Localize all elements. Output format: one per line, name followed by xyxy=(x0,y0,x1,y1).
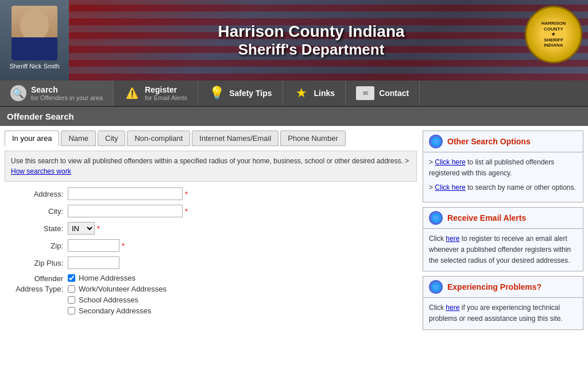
checkbox-work-row: Work/Volunteer Addresses xyxy=(68,285,167,293)
how-searches-work-link[interactable]: How searches work xyxy=(11,167,71,175)
address-type-checkboxes: Home Addresses Work/Volunteer Addresses … xyxy=(68,274,167,317)
problems-body: Click here if you are experiencing techn… xyxy=(423,298,583,329)
checkbox-home[interactable] xyxy=(68,274,75,282)
state-row: State: INALAKAZARCACOCTDEFLGAHIIDILIAKSK… xyxy=(5,222,417,235)
main-content: In your area Name City Non-compliant Int… xyxy=(0,126,588,339)
problems-header: 🌐 Experiencing Problems? xyxy=(423,277,583,298)
nav-safety-label: Safety Tips xyxy=(229,89,272,98)
tab-non-compliant[interactable]: Non-compliant xyxy=(127,131,190,146)
sheriff-badge: HARRISONCOUNTY★SHERIFFINDIANA xyxy=(525,6,582,63)
nav-search-primary: Search xyxy=(31,85,103,94)
checkbox-home-row: Home Addresses xyxy=(68,274,167,282)
address-required: * xyxy=(185,190,188,198)
zip-input[interactable] xyxy=(68,239,119,252)
zip-plus-input[interactable] xyxy=(68,256,119,269)
nav-links-label: Links xyxy=(314,89,335,98)
nav-safety[interactable]: 💡 Safety Tips xyxy=(198,80,283,106)
tab-phone-number[interactable]: Phone Number xyxy=(280,131,345,146)
header-title-line2: Sheriff's Department xyxy=(218,41,404,59)
nav-register-primary: Register xyxy=(145,85,187,94)
address-row: Address: * xyxy=(5,187,417,200)
other-search-link2-desc: to search by name or other options. xyxy=(466,183,576,191)
nav-search[interactable]: 🔍 Search for Offenders in your area xyxy=(0,80,114,106)
nav-contact-label: Contact xyxy=(379,89,409,98)
sheriff-photo: Sheriff Nick Smith xyxy=(0,0,69,80)
section-header: Offender Search xyxy=(0,107,588,126)
address-input[interactable] xyxy=(68,187,183,200)
star-icon: ★ xyxy=(293,85,310,101)
sheriff-face-image xyxy=(11,6,57,60)
tab-name[interactable]: Name xyxy=(61,131,96,146)
problems-title: Experiencing Problems? xyxy=(447,282,541,292)
email-alerts-link[interactable]: here xyxy=(446,235,459,243)
sheriff-name: Sheriff Nick Smith xyxy=(9,63,59,70)
checkbox-home-label: Home Addresses xyxy=(79,274,136,282)
city-input[interactable] xyxy=(68,205,183,217)
offender-address-type-row: Offender Address Type: Home Addresses Wo… xyxy=(5,274,417,317)
badge-area: HARRISONCOUNTY★SHERIFFINDIANA xyxy=(525,6,582,63)
problems-link[interactable]: here xyxy=(446,304,459,312)
tab-in-your-area[interactable]: In your area xyxy=(5,131,59,146)
checkbox-school[interactable] xyxy=(68,296,75,304)
city-label: City: xyxy=(5,207,68,216)
checkbox-work-label: Work/Volunteer Addresses xyxy=(79,285,167,293)
email-alerts-box: 🌐 Receive Email Alerts Click here to reg… xyxy=(423,207,583,272)
city-row: City: * xyxy=(5,205,417,217)
checkbox-secondary[interactable] xyxy=(68,307,75,315)
contact-icon: ✉ xyxy=(356,86,374,100)
email-alerts-header: 🌐 Receive Email Alerts xyxy=(423,208,583,229)
header-title-line1: Harrison County Indiana xyxy=(218,22,404,41)
other-search-icon: 🌐 xyxy=(429,135,443,148)
left-panel: In your area Name City Non-compliant Int… xyxy=(5,131,423,335)
header-title: Harrison County Indiana Sheriff's Depart… xyxy=(218,22,404,59)
navbar: 🔍 Search for Offenders in your area ⚠️ R… xyxy=(0,80,588,107)
state-select[interactable]: INALAKAZARCACOCTDEFLGAHIIDILIAKSKYLAMEMD… xyxy=(68,222,95,235)
search-form: Address: * City: * State: INALAKAZARCACO… xyxy=(5,187,417,317)
checkbox-school-row: School Addresses xyxy=(68,296,167,304)
zip-label: Zip: xyxy=(5,241,68,250)
email-alerts-title: Receive Email Alerts xyxy=(447,213,526,223)
badge-text: HARRISONCOUNTY★SHERIFFINDIANA xyxy=(541,21,566,48)
right-panel: 🌐 Other Search Options > Click here to l… xyxy=(423,131,583,335)
nav-links[interactable]: ★ Links xyxy=(283,80,346,106)
other-search-link2[interactable]: Click here xyxy=(435,183,465,191)
state-required: * xyxy=(97,224,100,233)
other-search-body: > Click here to list all published offen… xyxy=(423,152,583,202)
checkbox-school-label: School Addresses xyxy=(79,296,138,304)
section-header-text: Offender Search xyxy=(7,112,74,121)
nav-register[interactable]: ⚠️ Register for Email Alerts xyxy=(114,80,198,106)
other-search-title: Other Search Options xyxy=(447,137,531,146)
other-search-link1[interactable]: Click here xyxy=(435,158,465,166)
tab-city[interactable]: City xyxy=(98,131,125,146)
state-label: State: xyxy=(5,224,68,233)
tabs: In your area Name City Non-compliant Int… xyxy=(5,131,417,146)
other-search-box: 🌐 Other Search Options > Click here to l… xyxy=(423,131,583,202)
zip-required: * xyxy=(122,241,125,250)
other-search-header: 🌐 Other Search Options xyxy=(423,131,583,152)
nav-search-text: Search for Offenders in your area xyxy=(31,85,103,101)
nav-contact[interactable]: ✉ Contact xyxy=(346,80,420,106)
zip-plus-label: Zip Plus: xyxy=(5,259,68,267)
city-required: * xyxy=(185,207,188,216)
email-alerts-icon: 🌐 xyxy=(429,211,443,225)
tab-internet-names-email[interactable]: Internet Names/Email xyxy=(192,131,278,146)
search-icon: 🔍 xyxy=(10,85,26,101)
problems-box: 🌐 Experiencing Problems? Click here if y… xyxy=(423,276,583,329)
checkbox-work[interactable] xyxy=(68,285,75,293)
alert-icon: ⚠️ xyxy=(124,85,140,101)
email-alerts-body: Click here to register to receive an ema… xyxy=(423,229,583,271)
search-desc-text: Use this search to view all published of… xyxy=(11,157,409,165)
zip-plus-row: Zip Plus: xyxy=(5,256,417,269)
zip-row: Zip: * xyxy=(5,239,417,252)
nav-register-text: Register for Email Alerts xyxy=(145,85,187,101)
nav-register-secondary: for Email Alerts xyxy=(145,94,187,101)
bulb-icon: 💡 xyxy=(208,85,225,101)
problems-icon: 🌐 xyxy=(429,280,443,294)
nav-search-secondary: for Offenders in your area xyxy=(31,94,103,101)
other-search-link2-para: > Click here to search by name or other … xyxy=(429,182,577,193)
search-description: Use this search to view all published of… xyxy=(5,151,417,182)
address-label: Address: xyxy=(5,190,68,198)
offender-address-type-label: Offender Address Type: xyxy=(5,274,68,294)
checkbox-secondary-row: Secondary Addresses xyxy=(68,306,167,315)
site-header: Sheriff Nick Smith Harrison County India… xyxy=(0,0,588,80)
